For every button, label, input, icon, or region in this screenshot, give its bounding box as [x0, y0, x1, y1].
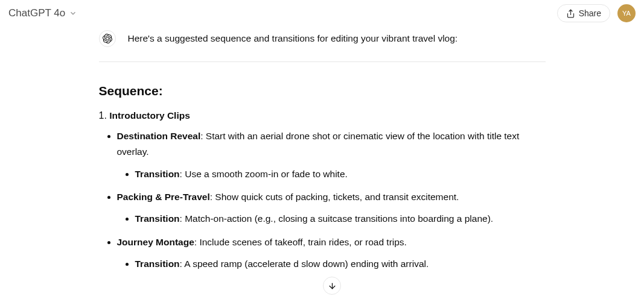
subitem-label: Journey Montage [117, 237, 194, 247]
assistant-avatar [99, 30, 116, 47]
share-icon [566, 9, 575, 18]
assistant-content: Sequence: Introductory Clips Destination… [99, 61, 546, 272]
list-item: Transition: A speed ramp (accelerate d s… [135, 256, 546, 272]
arrow-down-icon [328, 281, 337, 291]
transition-desc-b: d slow down) ending with arrival. [293, 259, 429, 269]
share-label: Share [579, 8, 601, 18]
model-switcher[interactable]: ChatGPT 4o [8, 7, 77, 19]
scroll-to-bottom-button[interactable] [323, 277, 341, 295]
transition-list: Transition: Use a smooth zoom-in or fade… [117, 166, 546, 182]
assistant-intro-text: Here's a suggested sequence and transiti… [128, 29, 458, 46]
subitem-desc: : Include scenes of takeoff, train rides… [194, 237, 407, 247]
sequence-item-title: Introductory Clips [109, 110, 190, 121]
subitem-label: Destination Reveal [117, 131, 201, 141]
list-item: Destination Reveal: Start with an aerial… [117, 128, 546, 182]
assistant-message-row: Here's a suggested sequence and transiti… [99, 29, 546, 47]
share-button[interactable]: Share [557, 4, 610, 22]
header-actions: Share YA [557, 4, 636, 22]
list-item: Journey Montage: Include scenes of takeo… [117, 234, 546, 272]
transition-label: Transition [135, 259, 180, 269]
list-item: Transition: Match-on-action (e.g., closi… [135, 211, 546, 227]
transition-label: Transition [135, 213, 180, 224]
transition-desc: : Match-on-action (e.g., closing a suitc… [180, 213, 494, 224]
openai-icon [103, 34, 112, 43]
subitem-label: Packing & Pre-Travel [117, 192, 210, 202]
sequence-item-1: Introductory Clips Destination Reveal: S… [99, 110, 546, 272]
avatar-initials: YA [622, 10, 631, 17]
chevron-down-icon [69, 9, 77, 17]
list-item: Transition: Use a smooth zoom-in or fade… [135, 166, 546, 182]
conversation-main: Here's a suggested sequence and transiti… [87, 29, 558, 272]
section-divider [99, 61, 546, 62]
app-header: ChatGPT 4o Share YA [0, 0, 644, 27]
transition-label: Transition [135, 169, 180, 179]
subitem-list: Destination Reveal: Start with an aerial… [99, 128, 546, 272]
sequence-list: Introductory Clips Destination Reveal: S… [99, 110, 546, 272]
transition-desc: : Use a smooth zoom-in or fade to white. [180, 169, 348, 179]
transition-list: Transition: Match-on-action (e.g., closi… [117, 211, 546, 227]
list-item: Packing & Pre-Travel: Show quick cuts of… [117, 189, 546, 227]
sequence-heading: Sequence: [99, 84, 546, 98]
transition-desc-a: : A speed ramp (accelerate [180, 259, 294, 269]
avatar[interactable]: YA [617, 4, 636, 22]
subitem-desc: : Show quick cuts of packing, tickets, a… [210, 192, 459, 202]
model-name: ChatGPT 4o [8, 7, 65, 19]
transition-list: Transition: A speed ramp (accelerate d s… [117, 256, 546, 272]
